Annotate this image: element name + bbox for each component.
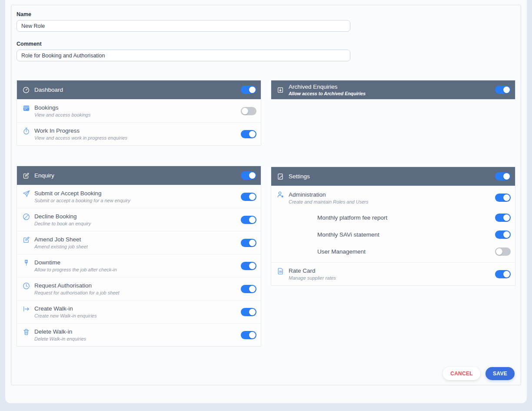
permission-subtitle: Manage supplier rates xyxy=(289,275,336,281)
section-title: Settings xyxy=(289,173,310,180)
permission-row: Submit or Accept BookingSubmit or accept… xyxy=(17,185,261,208)
permission-subtitle: Decline to book an enquiry xyxy=(34,221,91,226)
permission-subrow-title: Monthly SAVi statement xyxy=(317,231,379,238)
permission-subrow: User Management xyxy=(271,243,515,260)
section-header: Archived EnquiriesAllow access to Archiv… xyxy=(271,80,515,99)
permission-subtitle: Allow to progress the job after check-in xyxy=(34,267,117,272)
permission-title: Administration xyxy=(289,191,368,198)
toggle-monthly-savi-statement[interactable] xyxy=(495,231,511,239)
permission-text: AdministrationCreate and maintain Roles … xyxy=(289,191,368,204)
comment-input[interactable] xyxy=(17,50,350,61)
permission-title: Submit or Accept Booking xyxy=(34,190,130,197)
permission-text: Submit or Accept BookingSubmit or accept… xyxy=(34,190,130,203)
toggle-knob xyxy=(242,108,248,114)
toggle-user-management[interactable] xyxy=(495,247,511,256)
toggle-knob xyxy=(249,194,256,200)
permission-text: Decline BookingDecline to book an enquir… xyxy=(34,213,91,226)
cancel-button[interactable]: CANCEL xyxy=(443,367,480,380)
permission-subtitle: Request for authorisation for a job shee… xyxy=(34,290,120,295)
permission-subtitle: View and access work in progress enquiri… xyxy=(34,135,127,140)
section-header-text: Dashboard xyxy=(34,87,63,93)
section-title: Archived Enquiries xyxy=(289,84,366,90)
section-header: Settings xyxy=(271,167,515,186)
person-gear-icon xyxy=(277,191,284,198)
toggle-knob xyxy=(503,231,510,238)
name-label: Name xyxy=(17,11,515,17)
toggle-delete-walk-in[interactable] xyxy=(241,331,256,339)
comment-field-group: Comment xyxy=(17,41,515,61)
toggle-administration[interactable] xyxy=(495,194,511,202)
slash-circle-icon xyxy=(23,213,30,221)
permission-text: DowntimeAllow to progress the job after … xyxy=(34,259,117,272)
section-title: Enquiry xyxy=(34,172,54,179)
toggle-knob xyxy=(249,172,256,179)
toggle-knob xyxy=(249,309,256,315)
section-subtitle: Allow access to Archived Enquiries xyxy=(289,91,366,96)
pencil-square-icon xyxy=(23,172,30,179)
permission-subtitle: View and access bookings xyxy=(34,112,90,117)
permission-text: Rate CardManage supplier rates xyxy=(289,267,336,281)
toggle-request-authorisation[interactable] xyxy=(241,285,256,293)
toggle-monthly-platform-fee-report[interactable] xyxy=(495,214,511,222)
toggle-knob xyxy=(503,271,510,277)
permission-subrow: Monthly SAVi statement xyxy=(271,226,515,243)
toggle-knob xyxy=(249,286,256,292)
permission-row: Create Walk-inCreate new Walk-in enquiri… xyxy=(17,300,261,323)
permission-subtitle: Submit or accept a booking for a new enq… xyxy=(34,198,130,203)
permission-text: Work In ProgressView and access work in … xyxy=(34,127,127,140)
permission-text: Request AuthorisationRequest for authori… xyxy=(34,282,120,295)
permission-box: SettingsAdministrationCreate and maintai… xyxy=(271,167,515,286)
main-panel: Name Comment DashboardBookingsView and a… xyxy=(5,0,527,403)
permission-row: Amend Job SheetAmend existing job sheet xyxy=(17,231,261,254)
toggle-knob xyxy=(249,217,256,223)
toggle-knob xyxy=(496,248,502,255)
toggle-knob xyxy=(249,263,256,269)
permission-row: Decline BookingDecline to book an enquir… xyxy=(17,208,261,231)
permission-title: Request Authorisation xyxy=(34,282,120,289)
toggle-rate-card[interactable] xyxy=(495,270,511,278)
toggle-amend-job-sheet[interactable] xyxy=(241,239,256,247)
section-dashboard: DashboardBookingsView and access booking… xyxy=(17,80,261,146)
file-text-icon xyxy=(277,267,284,275)
section-header-text: Enquiry xyxy=(34,172,54,179)
toggle-knob xyxy=(249,332,256,338)
permission-group: AdministrationCreate and maintain Roles … xyxy=(271,186,515,262)
name-input[interactable] xyxy=(17,20,350,32)
name-field-group: Name xyxy=(17,11,515,32)
section-enquiry: EnquirySubmit or Accept BookingSubmit or… xyxy=(17,166,261,347)
permission-row: Rate CardManage supplier rates xyxy=(271,262,515,285)
permission-row: AdministrationCreate and maintain Roles … xyxy=(271,186,515,209)
toggle-section-archived-enquiries[interactable] xyxy=(495,86,511,94)
clock-icon xyxy=(23,282,30,290)
toggle-section-dashboard[interactable] xyxy=(241,86,256,94)
permission-title: Amend Job Sheet xyxy=(34,236,88,243)
toggle-decline-booking[interactable] xyxy=(241,216,256,224)
toggle-section-enquiry[interactable] xyxy=(241,171,256,180)
permission-box: DashboardBookingsView and access booking… xyxy=(17,80,261,146)
permission-subrow-title: Monthly platform fee report xyxy=(317,214,387,221)
section-header-text: Archived EnquiriesAllow access to Archiv… xyxy=(289,84,366,96)
form-actions: CANCEL SAVE xyxy=(17,367,515,380)
send-icon xyxy=(23,190,30,197)
toggle-knob xyxy=(503,87,510,93)
toggle-work-in-progress[interactable] xyxy=(241,130,256,138)
walk-in-icon xyxy=(23,305,30,313)
toggle-create-walk-in[interactable] xyxy=(241,308,256,316)
permission-box: Archived EnquiriesAllow access to Archiv… xyxy=(271,80,515,100)
section-title: Dashboard xyxy=(34,87,63,93)
section-archived-enquiries: Archived EnquiriesAllow access to Archiv… xyxy=(271,80,515,100)
permission-row: Request AuthorisationRequest for authori… xyxy=(17,277,261,300)
toggle-bookings[interactable] xyxy=(241,107,256,115)
calendar-icon xyxy=(23,104,30,112)
toggle-downtime[interactable] xyxy=(241,262,256,270)
permission-title: Work In Progress xyxy=(34,127,127,134)
permission-text: BookingsView and access bookings xyxy=(34,104,90,117)
permission-row: DowntimeAllow to progress the job after … xyxy=(17,254,261,277)
toggle-section-settings[interactable] xyxy=(495,172,511,180)
section-header: Dashboard xyxy=(17,80,261,99)
permission-text: Create Walk-inCreate new Walk-in enquiri… xyxy=(34,305,96,318)
permission-text: Delete Walk-inDelete Walk-in enquiries xyxy=(34,328,86,341)
toggle-knob xyxy=(503,194,510,201)
save-button[interactable]: SAVE xyxy=(485,367,515,380)
toggle-submit-or-accept-booking[interactable] xyxy=(241,193,256,201)
